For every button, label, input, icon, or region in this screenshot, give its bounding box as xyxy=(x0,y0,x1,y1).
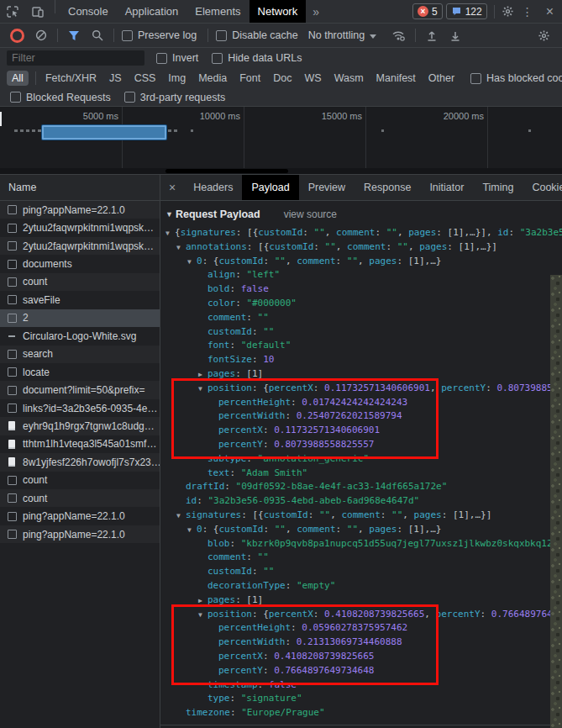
resource-chip-wasm[interactable]: Wasm xyxy=(329,71,369,86)
third-party-requests-checkbox[interactable]: 3rd-party requests xyxy=(119,92,234,103)
payload-line[interactable]: ▼position: {percentX: 0.4108208739825665… xyxy=(160,608,562,622)
request-row[interactable]: ping?appName=22.1.0 xyxy=(0,201,160,219)
resource-chip-media[interactable]: Media xyxy=(193,71,232,86)
request-row[interactable]: eyhr9q1h9rgx7tgnw1c8udg… xyxy=(0,417,160,435)
request-detail-panel: × HeadersPayloadPreviewResponseInitiator… xyxy=(160,175,562,728)
collapse-triangle-icon[interactable]: ▼ xyxy=(176,509,186,523)
throttling-select[interactable]: No throttling xyxy=(305,29,386,41)
payload-line[interactable]: ▼annotations: [{customId: "", comment: "… xyxy=(160,240,562,255)
request-row[interactable]: count xyxy=(0,472,160,489)
request-row[interactable]: documents xyxy=(0,255,160,272)
search-icon[interactable] xyxy=(86,29,109,41)
request-row[interactable]: 2 xyxy=(0,309,160,327)
collapse-triangle-icon[interactable]: ▼ xyxy=(187,524,197,537)
resource-chip-font[interactable]: Font xyxy=(234,71,265,86)
inspect-element-icon[interactable] xyxy=(0,0,25,23)
throttling-value: No throttling xyxy=(308,29,365,41)
request-row[interactable]: 2ytuu2faqwrpkitnmi1wqpsk… xyxy=(0,219,160,236)
network-overview-timeline[interactable]: 5000 ms10000 ms15000 ms20000 ms xyxy=(0,107,562,175)
timeline-scrollbar-thumb[interactable] xyxy=(165,169,288,173)
resource-chip-css[interactable]: CSS xyxy=(129,71,161,86)
network-settings-gear-icon[interactable] xyxy=(531,29,557,42)
request-row[interactable]: ping?appName=22.1.0 xyxy=(0,525,160,543)
payload-line[interactable]: ▼{signatures: [{customId: "", comment: "… xyxy=(160,226,562,240)
request-row[interactable]: count xyxy=(0,273,160,291)
device-toolbar-icon[interactable] xyxy=(25,0,50,23)
preserve-log-checkbox[interactable]: Preserve log xyxy=(118,29,203,41)
tab-elements[interactable]: Elements xyxy=(186,0,249,23)
expand-triangle-icon[interactable]: ▶ xyxy=(198,594,207,608)
invert-checkbox[interactable]: Invert xyxy=(144,52,207,64)
message-count-badge[interactable]: 122 xyxy=(446,3,487,19)
collapse-triangle-icon[interactable]: ▼ xyxy=(198,382,207,396)
request-row[interactable]: locate xyxy=(0,363,160,381)
timeline-scrollbar[interactable] xyxy=(0,168,562,174)
collapse-triangle-icon[interactable]: ▼ xyxy=(176,241,186,255)
record-network-log-icon[interactable] xyxy=(10,29,24,43)
detail-tab-cookies[interactable]: Cookies xyxy=(523,175,562,200)
export-har-icon[interactable] xyxy=(444,29,467,41)
tab-network[interactable]: Network xyxy=(249,0,307,23)
timeline-selection-band[interactable] xyxy=(42,125,166,140)
request-row[interactable]: 8w1yjfesf226h7owofjl7s7x23… xyxy=(0,453,160,471)
detail-tab-preview[interactable]: Preview xyxy=(299,175,355,200)
payload-line[interactable]: ▼0: {customId: "", comment: "", pages: [… xyxy=(160,523,562,537)
detail-tab-headers[interactable]: Headers xyxy=(184,175,242,200)
close-detail-icon[interactable]: × xyxy=(160,175,184,200)
payload-line[interactable]: ▶pages: [1] xyxy=(160,593,562,608)
payload-line[interactable]: ▼0: {customId: "", comment: "", pages: [… xyxy=(160,255,562,269)
network-conditions-icon[interactable] xyxy=(386,29,411,41)
has-blocked-cookies-checkbox[interactable]: Has blocked cookies xyxy=(462,72,562,84)
payload-line: align: "left" xyxy=(160,268,562,282)
request-file-icon xyxy=(7,530,17,540)
detail-tab-timing[interactable]: Timing xyxy=(473,175,523,200)
clear-network-log-icon[interactable] xyxy=(29,29,53,41)
resource-chip-ws[interactable]: WS xyxy=(299,71,326,86)
expand-triangle-icon[interactable]: ▶ xyxy=(198,368,207,382)
third-party-requests-label: 3rd-party requests xyxy=(140,92,225,103)
request-row[interactable]: tthtm1lh1vteqa3l545a01smf… xyxy=(0,435,160,453)
disable-cache-checkbox[interactable]: Disable cache xyxy=(213,29,305,41)
tab-application[interactable]: Application xyxy=(117,0,187,23)
resource-chip-all[interactable]: All xyxy=(7,71,29,86)
import-har-icon[interactable] xyxy=(420,29,444,41)
request-row[interactable]: search xyxy=(0,346,160,363)
detail-tab-payload[interactable]: Payload xyxy=(242,175,298,200)
request-row[interactable]: ping?appName=22.1.0 xyxy=(0,507,160,525)
filter-input[interactable] xyxy=(7,50,144,66)
request-file-icon xyxy=(7,404,17,414)
resource-chip-js[interactable]: JS xyxy=(104,71,127,86)
request-row[interactable]: links?id=3a2b3e56-0935-4e… xyxy=(0,399,160,417)
payload-line[interactable]: ▼signatures: [{customId: "", comment: ""… xyxy=(160,509,562,523)
settings-gear-icon[interactable] xyxy=(502,5,514,18)
payload-line[interactable]: ▼position: {percentX: 0.1173257134060690… xyxy=(160,382,562,396)
collapse-triangle-icon[interactable]: ▼ xyxy=(165,227,175,240)
request-payload-section-header[interactable]: ▼ Request Payload view source xyxy=(160,201,562,227)
resource-chip-fetch-xhr[interactable]: Fetch/XHR xyxy=(40,71,102,86)
timeline-left-handle[interactable] xyxy=(0,112,2,126)
filter-icon[interactable] xyxy=(62,30,86,41)
hide-data-urls-checkbox[interactable]: Hide data URLs xyxy=(207,52,310,64)
resource-chip-doc[interactable]: Doc xyxy=(268,71,297,86)
request-row[interactable]: document?limit=50&prefix= xyxy=(0,381,160,398)
resource-chip-other[interactable]: Other xyxy=(423,71,460,86)
error-count-badge[interactable]: × 5 xyxy=(412,3,443,19)
tab-console[interactable]: Console xyxy=(60,0,117,23)
resource-chip-manifest[interactable]: Manifest xyxy=(371,71,421,86)
collapse-triangle-icon[interactable]: ▼ xyxy=(187,256,197,269)
more-tabs-icon[interactable]: » xyxy=(306,0,326,23)
collapse-triangle-icon[interactable]: ▼ xyxy=(198,609,207,622)
request-row[interactable]: count xyxy=(0,489,160,507)
close-devtools-icon[interactable]: × xyxy=(541,4,559,19)
resource-chip-img[interactable]: Img xyxy=(163,71,191,86)
payload-line[interactable]: ▶pages: [1] xyxy=(160,367,562,382)
request-row[interactable]: Circularo-Logo-White.svg xyxy=(0,327,160,345)
blocked-requests-checkbox[interactable]: Blocked Requests xyxy=(5,92,119,103)
name-column-header[interactable]: Name xyxy=(0,175,160,201)
detail-tab-initiator[interactable]: Initiator xyxy=(420,175,473,200)
view-source-link[interactable]: view source xyxy=(284,208,337,220)
request-row[interactable]: saveFile xyxy=(0,291,160,309)
more-options-icon[interactable]: ⋮ xyxy=(514,5,541,18)
request-row[interactable]: 2ytuu2faqwrpkitnmi1wqpsk… xyxy=(0,237,160,255)
detail-tab-response[interactable]: Response xyxy=(355,175,420,200)
